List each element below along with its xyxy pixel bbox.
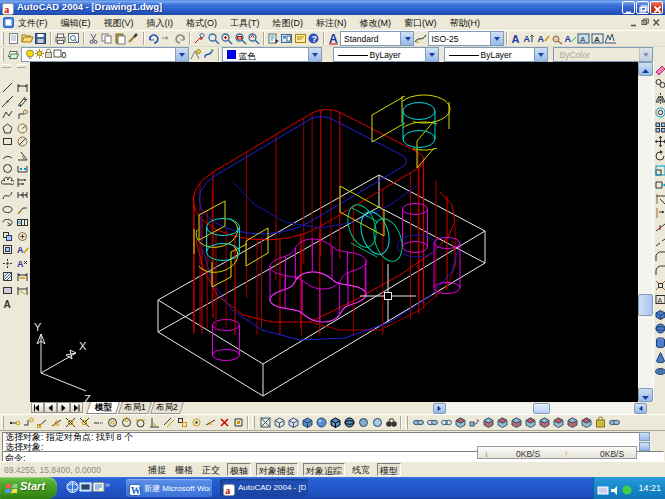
svg-text:A: A	[511, 33, 519, 45]
svg-text:A: A	[537, 34, 544, 44]
svg-text:?: ?	[312, 34, 318, 44]
svg-text:a: a	[225, 484, 230, 495]
svg-text:a: a	[4, 4, 9, 15]
svg-text:A: A	[17, 259, 24, 269]
svg-text:A: A	[564, 34, 571, 44]
svg-text:A: A	[329, 32, 338, 45]
svg-text:A: A	[3, 299, 10, 310]
svg-text:A: A	[17, 245, 24, 255]
svg-text:Y: Y	[34, 321, 42, 333]
svg-text:X: X	[79, 340, 87, 352]
svg-text:W: W	[131, 484, 141, 495]
svg-text:A: A	[580, 35, 586, 44]
svg-text:A: A	[594, 35, 600, 44]
svg-text:A: A	[658, 297, 663, 304]
svg-text:Z: Z	[84, 393, 91, 402]
svg-text:A: A	[524, 34, 531, 44]
